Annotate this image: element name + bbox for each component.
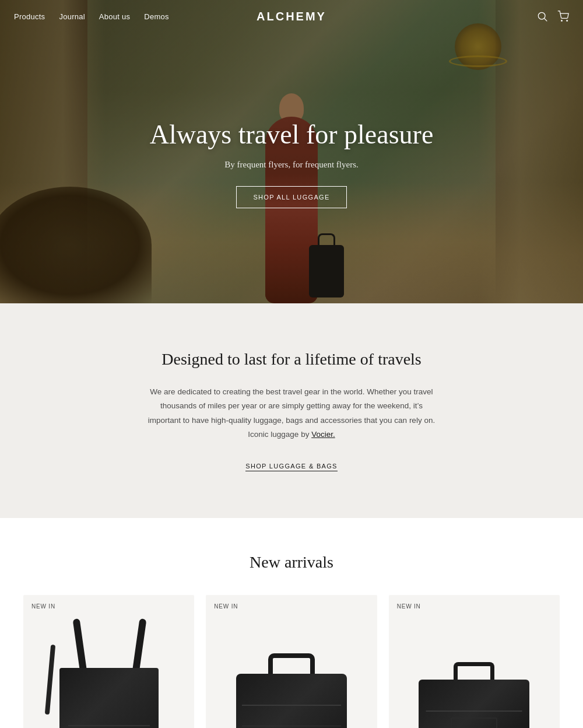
search-icon[interactable]: [536, 10, 548, 22]
brand-logo[interactable]: ALCHEMY: [257, 10, 326, 23]
product-image-2: [206, 595, 377, 728]
svg-point-2: [561, 20, 563, 22]
product-card-3[interactable]: NEW IN: [389, 595, 560, 728]
designed-body: We are dedicated to creating the best tr…: [146, 385, 437, 442]
bag-detail-2: [68, 725, 150, 726]
nav-demos[interactable]: Demos: [144, 12, 168, 21]
bag-body: [59, 668, 159, 728]
vocier-link[interactable]: Vocier.: [311, 430, 335, 439]
hero-subtitle: By frequent flyers, for frequent flyers.: [224, 160, 359, 170]
shop-luggage-link[interactable]: SHOP LUGGAGE & BAGS: [245, 463, 338, 471]
hero-cta-button[interactable]: SHOP ALL LUGGAGE: [236, 186, 346, 208]
product-image-1: [23, 595, 194, 728]
product-badge-2: NEW IN: [214, 603, 238, 610]
nav-links-left: Products Journal About us Demos: [14, 12, 169, 21]
shoulder-strap: [44, 645, 55, 715]
svg-point-0: [538, 12, 545, 19]
designed-section: Designed to last for a lifetime of trave…: [0, 303, 583, 518]
product-card-1[interactable]: NEW IN: [23, 595, 194, 728]
nav-icons: [536, 10, 569, 22]
cart-icon[interactable]: [557, 10, 569, 22]
product-card-2[interactable]: NEW IN: [206, 595, 377, 728]
strap-left: [72, 618, 86, 671]
designed-heading: Designed to last for a lifetime of trave…: [23, 350, 560, 369]
bag-zip: [426, 710, 522, 712]
new-arrivals-section: New arrivals NEW IN NEW IN: [0, 518, 583, 728]
products-grid: NEW IN NEW IN: [23, 595, 560, 728]
nav-journal[interactable]: Journal: [59, 12, 85, 21]
svg-line-1: [545, 19, 547, 22]
bag-pocket: [451, 718, 497, 728]
new-arrivals-heading: New arrivals: [23, 553, 560, 572]
bag-tote-illustration: [57, 633, 161, 728]
hero-section: Always travel for pleasure By frequent f…: [0, 0, 583, 303]
product-image-3: [389, 595, 560, 728]
nav-products[interactable]: Products: [14, 12, 45, 21]
hero-content: Always travel for pleasure By frequent f…: [0, 0, 583, 303]
navbar: Products Journal About us Demos ALCHEMY: [0, 0, 583, 33]
strap-right: [132, 618, 146, 671]
product-badge-1: NEW IN: [31, 603, 55, 610]
svg-point-3: [567, 20, 568, 22]
bag-duffle-illustration: [233, 639, 350, 728]
nav-about[interactable]: About us: [99, 12, 130, 21]
hero-title: Always travel for pleasure: [150, 118, 434, 150]
bag-zip: [242, 705, 341, 706]
bag-detail: [242, 726, 341, 726]
bag-duffle2-illustration: [416, 639, 532, 728]
product-badge-3: NEW IN: [397, 603, 421, 610]
bag-body: [236, 674, 347, 728]
